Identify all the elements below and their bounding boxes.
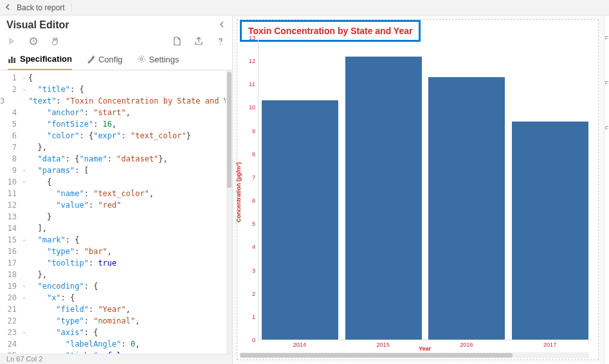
code-line[interactable]: 7 },: [0, 141, 226, 153]
back-to-report-button[interactable]: Back to report: [5, 3, 72, 12]
tab-specification[interactable]: Specification: [8, 50, 72, 70]
code-line[interactable]: 25 "ticks": false,: [0, 350, 226, 354]
code-line[interactable]: 21 "field": "Year",: [0, 304, 226, 315]
svg-rect-3: [14, 58, 15, 63]
chart-bar[interactable]: [345, 57, 422, 340]
tab-label: Config: [98, 55, 123, 64]
code-line[interactable]: 14 ],: [0, 223, 226, 234]
code-line[interactable]: 4 "anchor": "start",: [0, 107, 226, 118]
visual-preview-panel: Toxin Concentration by State and Year 01…: [233, 15, 609, 364]
chart-x-label: Year: [419, 345, 431, 352]
code-line[interactable]: 6 "color": {"expr": "text_color"}: [0, 130, 226, 141]
code-line[interactable]: 19- "encoding": {: [0, 280, 226, 292]
chart-title: Toxin Concentration by State and Year: [248, 26, 412, 36]
code-line[interactable]: 15- "mark": {: [0, 234, 226, 246]
chevron-left-icon: [5, 3, 12, 12]
code-line[interactable]: 20- "x": {: [0, 292, 226, 304]
code-line[interactable]: 18 },: [0, 269, 226, 280]
code-line[interactable]: 17 "tooltip": true: [0, 257, 226, 269]
code-line[interactable]: 11 "name": "text_color",: [0, 188, 226, 199]
parse-icon[interactable]: [28, 36, 39, 46]
field-pane-strip[interactable]: F F F: [604, 15, 609, 364]
code-line[interactable]: 24 "labelAngle": 0,: [0, 338, 226, 350]
play-icon[interactable]: [6, 36, 17, 46]
svg-rect-1: [8, 59, 10, 63]
code-line[interactable]: 5 "fontSize": 16,: [0, 118, 226, 130]
help-icon[interactable]: [215, 36, 226, 46]
tab-label: Settings: [149, 55, 179, 64]
hand-icon[interactable]: [50, 36, 60, 46]
chart-bar[interactable]: [512, 122, 588, 340]
code-line[interactable]: 8 "data": {"name": "dataset"},: [0, 153, 226, 165]
chart-horizontal-scrollbar[interactable]: [240, 352, 589, 358]
back-label: Back to report: [17, 3, 65, 12]
code-line[interactable]: 9- "params": [: [0, 165, 226, 176]
code-editor[interactable]: 1-{2- "title": {3 "text": "Toxin Concent…: [0, 71, 226, 354]
chart-plot-area: [258, 38, 592, 340]
toolbar: [0, 33, 232, 50]
wand-icon: [86, 55, 95, 64]
panel-title: Visual Editor: [6, 19, 69, 31]
editor-vertical-scrollbar[interactable]: [226, 71, 232, 354]
code-line[interactable]: 16 "type": "bar",: [0, 246, 226, 257]
cursor-position: Ln 67 Col 2: [6, 355, 42, 363]
svg-point-4: [140, 58, 143, 60]
tab-config[interactable]: Config: [86, 50, 123, 69]
code-line[interactable]: 13 }: [0, 211, 226, 223]
code-line[interactable]: 22 "type": "nominal",: [0, 315, 226, 327]
tab-label: Specification: [20, 54, 72, 64]
code-line[interactable]: 2- "title": {: [0, 84, 226, 95]
editor-tabs: Specification Config Settings: [0, 50, 232, 70]
tab-settings[interactable]: Settings: [137, 50, 179, 69]
share-icon[interactable]: [194, 36, 204, 46]
chart-bar[interactable]: [428, 77, 505, 340]
new-document-icon[interactable]: [172, 36, 182, 46]
chart-bar[interactable]: [262, 100, 338, 340]
editor-statusbar: Ln 67 Col 2: [0, 354, 232, 364]
collapse-panel-button[interactable]: [219, 21, 226, 30]
chart-canvas: Toxin Concentration by State and Year 01…: [237, 19, 599, 360]
code-line[interactable]: 1-{: [0, 72, 226, 84]
gear-icon: [137, 55, 146, 64]
chart-y-label: Concentration (µg/m³): [235, 162, 242, 223]
editor-panel: Visual Editor: [0, 15, 233, 364]
svg-rect-2: [11, 57, 13, 63]
code-line[interactable]: 10- {: [0, 176, 226, 188]
bar-chart-icon: [8, 55, 17, 64]
code-line[interactable]: 12 "value": "red": [0, 199, 226, 211]
topbar: Back to report: [0, 0, 609, 15]
code-line[interactable]: 3 "text": "Toxin Concentration by State …: [0, 95, 226, 107]
code-line[interactable]: 23- "axis": {: [0, 327, 226, 338]
